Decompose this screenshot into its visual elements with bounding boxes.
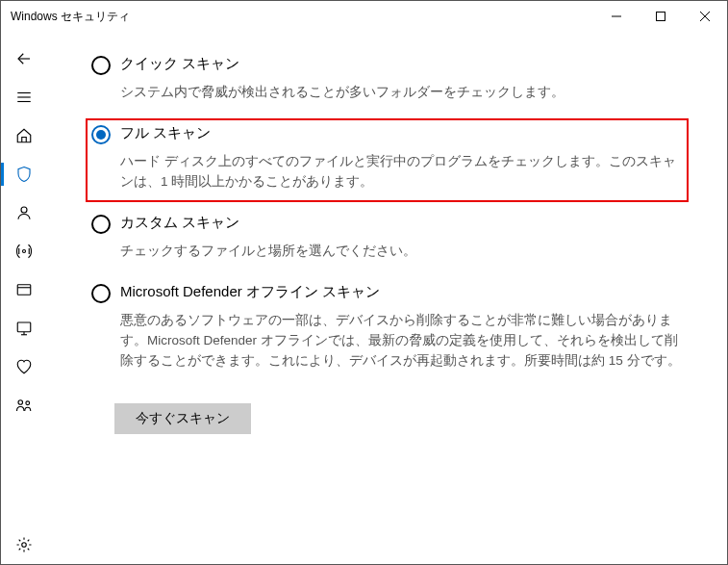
option-title: フル スキャン [120, 124, 681, 142]
sidebar-item-home[interactable] [1, 116, 47, 155]
option-description: チェックするファイルと場所を選んでください。 [120, 242, 681, 262]
minimize-button[interactable] [594, 1, 639, 32]
titlebar: Windows セキュリティ [1, 1, 727, 32]
svg-rect-1 [657, 13, 665, 21]
sidebar [1, 32, 47, 564]
svg-point-9 [23, 250, 26, 253]
close-button[interactable] [683, 1, 727, 32]
radio-offline-scan[interactable] [91, 284, 111, 303]
scan-option-quick[interactable]: クイック スキャン システム内で脅威が検出されることが多いフォルダーをチェックし… [86, 49, 689, 113]
option-title: Microsoft Defender オフライン スキャン [120, 283, 681, 301]
scan-option-full[interactable]: フル スキャン ハード ディスク上のすべてのファイルと実行中のプログラムをチェッ… [86, 118, 689, 202]
main-content: クイック スキャン システム内で脅威が検出されることが多いフォルダーをチェックし… [47, 32, 727, 564]
option-description: ハード ディスク上のすべてのファイルと実行中のプログラムをチェックします。このス… [120, 152, 681, 193]
sidebar-item-virus-protection[interactable] [1, 155, 47, 193]
option-description: 悪意のあるソフトウェアの一部は、デバイスから削除することが非常に難しい場合があり… [120, 311, 681, 372]
svg-point-8 [21, 207, 27, 213]
option-title: カスタム スキャン [120, 214, 681, 232]
scan-now-button[interactable]: 今すぐスキャン [114, 403, 251, 434]
sidebar-item-account-protection[interactable] [1, 193, 47, 232]
sidebar-item-settings[interactable] [1, 526, 47, 564]
svg-rect-12 [17, 322, 31, 332]
sidebar-item-app-browser-control[interactable] [1, 270, 47, 309]
hamburger-menu-button[interactable] [1, 78, 47, 116]
radio-quick-scan[interactable] [91, 56, 111, 75]
option-description: システム内で脅威が検出されることが多いフォルダーをチェックします。 [120, 83, 681, 103]
radio-custom-scan[interactable] [91, 215, 111, 234]
radio-full-scan[interactable] [91, 125, 111, 144]
back-button[interactable] [1, 39, 47, 78]
scan-option-offline[interactable]: Microsoft Defender オフライン スキャン 悪意のあるソフトウェ… [86, 277, 689, 381]
sidebar-item-firewall[interactable] [1, 232, 47, 270]
maximize-button[interactable] [639, 1, 683, 32]
option-title: クイック スキャン [120, 55, 681, 73]
window-title: Windows セキュリティ [11, 9, 594, 25]
sidebar-item-family-options[interactable] [1, 386, 47, 424]
sidebar-item-device-security[interactable] [1, 309, 47, 347]
sidebar-item-device-performance[interactable] [1, 347, 47, 386]
svg-rect-10 [17, 285, 31, 295]
scan-option-custom[interactable]: カスタム スキャン チェックするファイルと場所を選んでください。 [86, 208, 689, 271]
window-controls [594, 1, 727, 32]
svg-point-16 [26, 401, 30, 405]
svg-point-15 [18, 400, 23, 405]
svg-point-17 [22, 543, 27, 548]
